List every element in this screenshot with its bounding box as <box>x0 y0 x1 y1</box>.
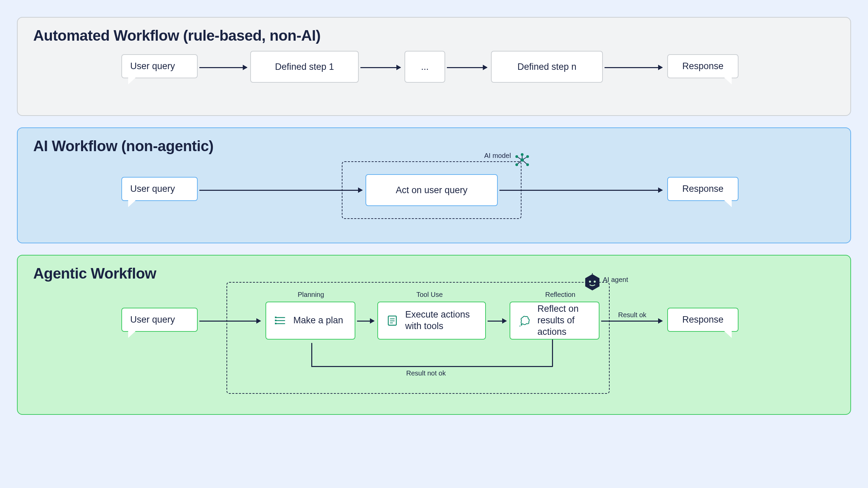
list-icon <box>274 314 287 327</box>
bubble-response-2: Response <box>667 177 738 201</box>
loop-line <box>311 366 553 367</box>
label-result-ok: Result ok <box>618 311 646 319</box>
bubble-response-1: Response <box>667 54 738 78</box>
svg-point-8 <box>526 163 529 166</box>
loop-line <box>552 340 553 367</box>
bubble-user-query-2: User query <box>121 177 198 201</box>
agent-icon <box>583 273 601 291</box>
panel-title-automated: Automated Workflow (rule-based, non-AI) <box>33 27 835 44</box>
flow-agentic: User query AI agent Planning Make a plan <box>33 289 835 401</box>
arrow-icon <box>601 321 662 322</box>
svg-point-10 <box>515 155 518 158</box>
box-exec: Execute actions with tools <box>377 302 486 340</box>
arrow-icon <box>447 67 487 68</box>
thought-icon <box>518 314 531 327</box>
bubble-user-query-3: User query <box>121 308 198 332</box>
flow-ai: User query AI model Act on user que <box>33 161 835 229</box>
svg-point-7 <box>515 163 518 166</box>
svg-point-5 <box>520 158 524 162</box>
label-planning: Planning <box>298 291 324 299</box>
arrow-icon <box>488 321 506 322</box>
arrow-icon <box>311 343 312 367</box>
label-result-not-ok: Result not ok <box>406 369 446 377</box>
arrow-icon <box>605 67 662 68</box>
svg-marker-11 <box>585 274 599 290</box>
label-tooluse: Tool Use <box>416 291 443 299</box>
svg-rect-20 <box>275 320 277 321</box>
label-ai-agent: AI agent <box>603 276 628 284</box>
arrow-icon <box>360 67 400 68</box>
panel-title-ai: AI Workflow (non-agentic) <box>33 138 835 155</box>
svg-point-13 <box>594 281 596 283</box>
flow-automated: User query Defined step 1 ... Defined st… <box>33 51 835 102</box>
label-ai-model: AI model <box>484 152 511 160</box>
panel-agentic: Agentic Workflow User query AI agent Pla… <box>17 255 851 415</box>
svg-point-12 <box>589 281 591 283</box>
panel-ai-workflow: AI Workflow (non-agentic) User query AI … <box>17 127 851 243</box>
panel-automated: Automated Workflow (rule-based, non-AI) … <box>17 17 851 116</box>
svg-rect-21 <box>275 323 277 324</box>
svg-point-6 <box>521 153 524 156</box>
box-stepn: Defined step n <box>491 51 603 83</box>
box-plan: Make a plan <box>265 302 355 340</box>
panel-title-agentic: Agentic Workflow <box>33 265 835 282</box>
arrow-icon <box>357 321 374 322</box>
svg-point-27 <box>519 326 520 327</box>
box-act: Act on user query <box>366 174 498 206</box>
document-icon <box>386 314 399 327</box>
arrow-icon <box>499 190 662 191</box>
user-query-text: User query <box>130 61 175 71</box>
box-ellipsis: ... <box>405 51 445 83</box>
network-icon <box>514 153 530 169</box>
label-reflection: Reflection <box>545 291 575 299</box>
box-step1: Defined step 1 <box>250 51 359 83</box>
arrow-icon <box>199 67 247 68</box>
arrow-icon <box>199 190 362 191</box>
svg-point-9 <box>526 155 529 158</box>
bubble-user-query-1: User query <box>121 54 198 78</box>
box-reflect: Reflect on results of actions <box>510 302 599 340</box>
svg-rect-19 <box>275 317 277 318</box>
bubble-response-3: Response <box>667 308 738 332</box>
svg-point-26 <box>521 324 522 326</box>
